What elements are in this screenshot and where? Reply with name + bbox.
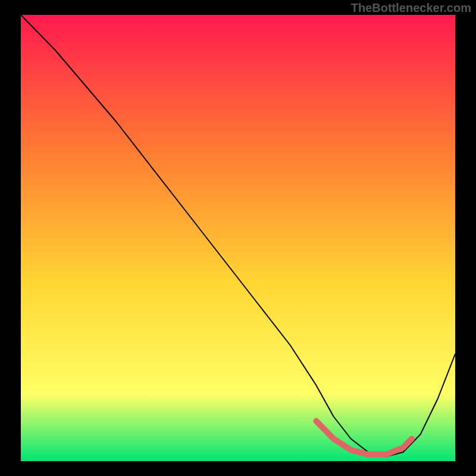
chart-container: TheBottlenecker.com xyxy=(0,0,476,476)
plot-background xyxy=(21,15,455,461)
bottleneck-chart xyxy=(0,0,476,476)
